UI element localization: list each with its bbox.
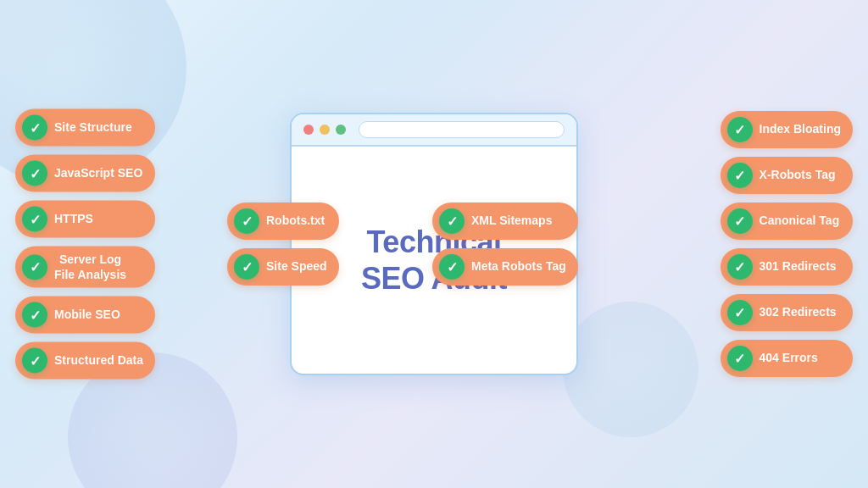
label-robots-txt: Robots.txt (266, 214, 325, 229)
check-robots-txt: ✓ (234, 208, 259, 234)
label-site-structure: Site Structure (54, 120, 132, 136)
browser-dot-red (303, 125, 314, 135)
pill-meta-robots-tag: ✓ Meta Robots Tag (432, 248, 578, 286)
pill-mobile-seo: ✓ Mobile SEO (15, 297, 155, 334)
check-structured-data: ✓ (22, 348, 47, 374)
pill-javascript-seo: ✓ JavaScript SEO (15, 155, 155, 192)
check-302-redirects: ✓ (727, 300, 753, 325)
pill-https: ✓ HTTPS (15, 201, 155, 238)
pill-404-errors: ✓ 404 Errors (721, 340, 853, 377)
label-x-robots-tag: X-Robots Tag (760, 168, 836, 183)
check-xml-sitemaps: ✓ (439, 208, 465, 234)
check-404-errors: ✓ (727, 346, 753, 371)
browser-toolbar (292, 114, 576, 147)
check-site-speed: ✓ (234, 254, 259, 280)
label-meta-robots-tag: Meta Robots Tag (471, 259, 566, 274)
pill-server-log: ✓ Server LogFile Analysis (15, 247, 155, 288)
pill-301-redirects: ✓ 301 Redirects (721, 248, 853, 286)
label-https: HTTPS (54, 212, 93, 227)
browser-dot-green (336, 125, 346, 135)
label-structured-data: Structured Data (54, 353, 143, 369)
check-mobile-seo: ✓ (22, 302, 47, 328)
main-container: Technical SEO Audit ✓ Site Structure ✓ J… (0, 0, 868, 488)
check-canonical-tag: ✓ (727, 208, 753, 234)
browser-addressbar (359, 121, 565, 138)
label-mobile-seo: Mobile SEO (54, 308, 120, 323)
left-column: ✓ Site Structure ✓ JavaScript SEO ✓ HTTP… (15, 109, 155, 380)
pill-xml-sitemaps: ✓ XML Sitemaps (432, 202, 578, 240)
browser-dot-yellow (320, 125, 330, 135)
label-canonical-tag: Canonical Tag (760, 214, 840, 229)
label-index-bloating: Index Bloating (760, 122, 841, 137)
center-right-column: ✓ XML Sitemaps ✓ Meta Robots Tag (432, 202, 578, 286)
check-site-structure: ✓ (22, 115, 47, 141)
pill-robots-txt: ✓ Robots.txt (227, 202, 339, 240)
pill-302-redirects: ✓ 302 Redirects (721, 294, 853, 331)
label-404-errors: 404 Errors (760, 351, 818, 366)
label-site-speed: Site Speed (266, 259, 327, 274)
pill-canonical-tag: ✓ Canonical Tag (721, 202, 853, 240)
check-index-bloating: ✓ (727, 117, 753, 142)
pill-structured-data: ✓ Structured Data (15, 342, 155, 380)
label-server-log: Server LogFile Analysis (54, 252, 126, 282)
pill-index-bloating: ✓ Index Bloating (721, 111, 853, 148)
check-javascript-seo: ✓ (22, 161, 47, 186)
label-xml-sitemaps: XML Sitemaps (471, 214, 552, 229)
bg-blob-3 (563, 302, 698, 437)
label-javascript-seo: JavaScript SEO (54, 166, 142, 181)
check-x-robots-tag: ✓ (727, 163, 753, 188)
pill-site-structure: ✓ Site Structure (15, 109, 155, 147)
check-https: ✓ (22, 207, 47, 232)
check-server-log: ✓ (22, 254, 47, 280)
label-301-redirects: 301 Redirects (760, 259, 837, 274)
check-meta-robots-tag: ✓ (439, 254, 465, 280)
check-301-redirects: ✓ (727, 254, 753, 280)
pill-x-robots-tag: ✓ X-Robots Tag (721, 157, 853, 194)
center-left-column: ✓ Robots.txt ✓ Site Speed (227, 202, 339, 286)
pill-site-speed: ✓ Site Speed (227, 248, 339, 286)
right-column: ✓ Index Bloating ✓ X-Robots Tag ✓ Canoni… (721, 111, 853, 377)
label-302-redirects: 302 Redirects (760, 305, 837, 320)
